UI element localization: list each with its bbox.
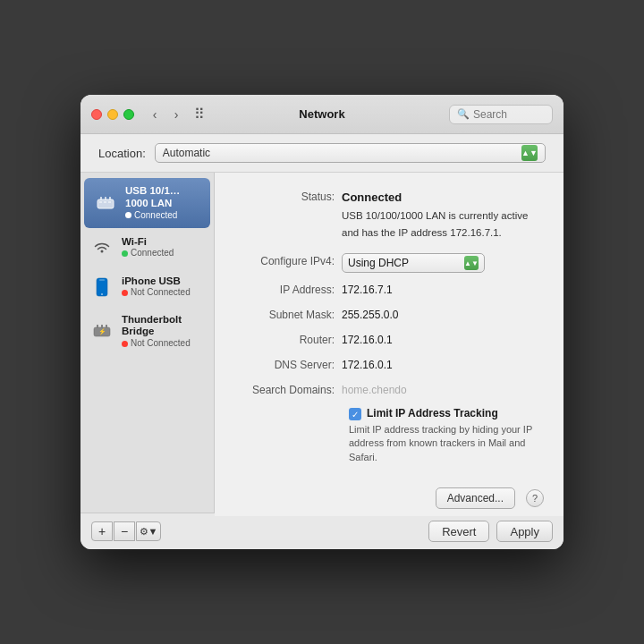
- thunderbolt-status-dot: [122, 341, 128, 347]
- iphone-usb-status: Not Connected: [122, 287, 191, 298]
- router-row: Router: 172.16.0.1: [234, 332, 544, 348]
- usb-lan-status-dot: [125, 212, 131, 218]
- remove-network-button[interactable]: −: [114, 521, 135, 541]
- dns-row: DNS Server: 172.16.0.1: [234, 357, 544, 373]
- main-content: USB 10/1…1000 LAN Connected Wi-: [80, 173, 564, 513]
- network-preferences-window: ‹ › ⠿ Network 🔍 Location: Automatic ▲▼: [80, 95, 564, 549]
- status-value: Connected: [342, 191, 402, 204]
- forward-button[interactable]: ›: [166, 105, 186, 124]
- iphone-usb-status-dot: [122, 290, 128, 296]
- ip-value: 172.16.7.1: [342, 282, 393, 298]
- configure-arrow-icon: ▲▼: [464, 256, 479, 270]
- sidebar-controls: + − ⚙▼: [91, 521, 161, 541]
- svg-text:⚡: ⚡: [98, 327, 106, 335]
- ip-label: IP Address:: [234, 282, 342, 298]
- grid-icon[interactable]: ⠿: [190, 105, 209, 124]
- search-bar[interactable]: 🔍: [449, 105, 553, 124]
- svg-rect-8: [99, 279, 105, 280]
- svg-rect-0: [97, 199, 114, 208]
- thunderbolt-name: Thunderbolt Bridge: [122, 314, 205, 339]
- wifi-status: Connected: [122, 248, 174, 258]
- location-bar: Location: Automatic ▲▼: [80, 134, 564, 173]
- sidebar: USB 10/1…1000 LAN Connected Wi-: [80, 173, 215, 513]
- status-label: Status:: [234, 189, 342, 205]
- ip-row: IP Address: 172.16.7.1: [234, 282, 544, 298]
- thunderbolt-info: Thunderbolt Bridge Not Connected: [122, 314, 205, 350]
- thunderbolt-status: Not Connected: [122, 338, 205, 349]
- status-row: Status: Connected USB 10/100/1000 LAN is…: [234, 189, 544, 241]
- limit-ip-tracking-checkbox[interactable]: ✓: [349, 408, 361, 420]
- thunderbolt-icon: ⚡: [89, 318, 114, 343]
- ethernet-icon: [93, 191, 118, 216]
- configure-value: Using DHCP: [348, 257, 409, 269]
- apply-button[interactable]: Apply: [496, 521, 553, 542]
- wifi-name: Wi-Fi: [122, 236, 174, 249]
- sidebar-item-iphone-usb[interactable]: iPhone USB Not Connected: [80, 267, 214, 307]
- usb-lan-info: USB 10/1…1000 LAN Connected: [125, 185, 201, 221]
- iphone-usb-info: iPhone USB Not Connected: [122, 275, 191, 299]
- traffic-lights: [91, 109, 134, 120]
- limit-ip-tracking-description: Limit IP address tracking by hiding your…: [349, 423, 544, 464]
- usb-lan-status: Connected: [125, 210, 201, 221]
- detail-area: Status: Connected USB 10/100/1000 LAN is…: [215, 173, 564, 513]
- status-values: Connected USB 10/100/1000 LAN is current…: [342, 189, 544, 241]
- search-icon: 🔍: [457, 108, 470, 120]
- sidebar-item-usb-lan[interactable]: USB 10/1…1000 LAN Connected: [84, 178, 210, 228]
- subnet-label: Subnet Mask:: [234, 307, 342, 323]
- usb-lan-name: USB 10/1…1000 LAN: [125, 185, 201, 210]
- location-value: Automatic: [163, 147, 210, 159]
- search-domains-value: home.chendo: [342, 382, 407, 398]
- detail-actions: Advanced... ?: [215, 480, 564, 516]
- maximize-button[interactable]: [123, 109, 134, 120]
- revert-button[interactable]: Revert: [428, 521, 489, 542]
- router-label: Router:: [234, 332, 342, 348]
- location-select[interactable]: Automatic ▲▼: [155, 143, 546, 163]
- svg-point-9: [101, 293, 103, 295]
- svg-rect-4: [99, 201, 102, 203]
- bottom-bar: + − ⚙▼ Revert Apply: [80, 513, 564, 549]
- wifi-info: Wi-Fi Connected: [122, 236, 174, 259]
- window-title: Network: [299, 107, 344, 121]
- configure-row: Configure IPv4: Using DHCP ▲▼: [234, 253, 544, 273]
- help-button[interactable]: ?: [526, 489, 544, 507]
- location-arrow-icon: ▲▼: [521, 145, 538, 161]
- status-description: USB 10/100/1000 LAN is currently active …: [342, 210, 528, 238]
- dns-label: DNS Server:: [234, 357, 342, 373]
- back-button[interactable]: ‹: [145, 105, 165, 124]
- close-button[interactable]: [91, 109, 102, 120]
- sidebar-item-wifi[interactable]: Wi-Fi Connected: [80, 228, 214, 267]
- location-label: Location:: [98, 147, 146, 160]
- dns-value: 172.16.0.1: [342, 357, 393, 373]
- svg-rect-5: [104, 201, 106, 203]
- wifi-status-dot: [122, 250, 128, 257]
- search-input[interactable]: [473, 108, 545, 121]
- subnet-row: Subnet Mask: 255.255.0.0: [234, 307, 544, 323]
- subnet-value: 255.255.0.0: [342, 307, 398, 323]
- phone-icon: [89, 275, 114, 300]
- search-domains-row: Search Domains: home.chendo: [234, 382, 544, 398]
- router-value: 172.16.0.1: [342, 332, 393, 348]
- configure-ipv4-select[interactable]: Using DHCP ▲▼: [342, 253, 485, 273]
- advanced-button[interactable]: Advanced...: [436, 487, 515, 509]
- svg-rect-6: [108, 201, 111, 203]
- iphone-usb-name: iPhone USB: [122, 275, 191, 288]
- minimize-button[interactable]: [107, 109, 118, 120]
- title-bar: ‹ › ⠿ Network 🔍: [80, 95, 564, 134]
- detail-panel: Status: Connected USB 10/100/1000 LAN is…: [215, 173, 564, 480]
- configure-label: Configure IPv4:: [234, 253, 342, 269]
- search-domains-label: Search Domains:: [234, 382, 342, 398]
- action-buttons: Revert Apply: [428, 521, 553, 542]
- limit-ip-tracking-row: ✓ Limit IP Address Tracking: [349, 407, 544, 420]
- add-network-button[interactable]: +: [91, 521, 113, 541]
- wifi-icon: [89, 235, 114, 260]
- nav-buttons: ‹ ›: [145, 105, 186, 124]
- limit-ip-tracking-label: Limit IP Address Tracking: [367, 407, 498, 419]
- sidebar-item-thunderbolt[interactable]: ⚡ Thunderbolt Bridge Not Connected: [80, 307, 214, 357]
- network-actions-button[interactable]: ⚙▼: [136, 521, 161, 541]
